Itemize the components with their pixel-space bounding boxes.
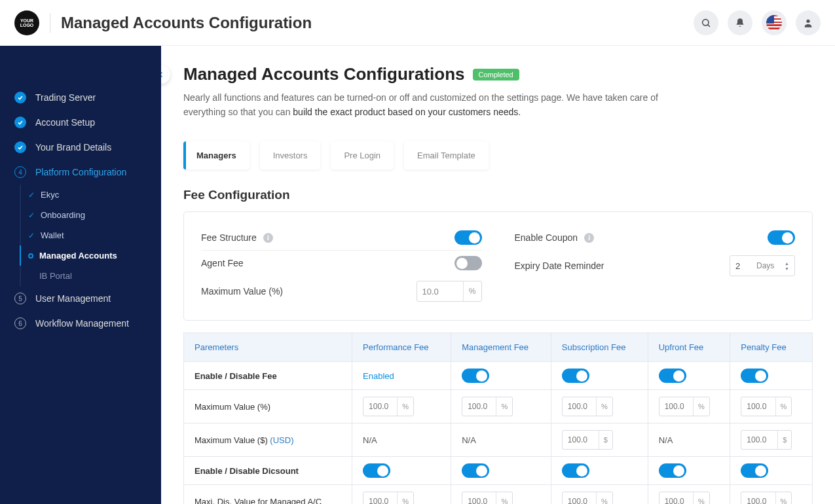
upfront-discount-toggle[interactable] (659, 463, 686, 478)
sub-fee-toggle[interactable] (562, 369, 589, 383)
sub-label: Managed Accounts (39, 251, 117, 261)
info-icon[interactable]: i (584, 233, 594, 243)
col-performance: Performance Fee (352, 333, 451, 362)
sub-label: Onboarding (41, 210, 85, 220)
svg-point-2 (806, 19, 809, 22)
perf-maxpct-input[interactable] (363, 402, 397, 411)
mgmt-maxpct-input[interactable] (462, 402, 496, 411)
col-subscription: Subscription Fee (551, 333, 648, 362)
sidebar-item-platform-config[interactable]: 4 Platform Configuration (0, 160, 161, 185)
sidebar-item-trading-server[interactable]: Trading Server (0, 85, 161, 110)
search-icon[interactable] (694, 10, 718, 35)
na-text: N/A (352, 423, 451, 457)
sidebar-item-account-setup[interactable]: Account Setup (0, 110, 161, 135)
page-title: Managed Accounts Configuration (61, 14, 312, 32)
perf-maxdis-input[interactable] (363, 497, 397, 504)
na-text: N/A (648, 423, 730, 457)
coupon-toggle[interactable] (768, 230, 795, 245)
expiry-days-input[interactable] (735, 261, 751, 271)
penalty-fee-toggle[interactable] (741, 369, 768, 383)
divider (50, 13, 50, 33)
sidebar-item-workflow-mgmt[interactable]: 6 Workflow Management (0, 311, 161, 336)
sub-item-wallet[interactable]: ✓ Wallet (21, 225, 161, 245)
tab-managers[interactable]: Managers (183, 141, 250, 170)
penalty-maxusd-input[interactable] (741, 435, 777, 444)
sub-item-onboarding[interactable]: ✓ Onboarding (21, 205, 161, 225)
sidebar-item-brand-details[interactable]: Your Brand Details (0, 135, 161, 160)
upfront-fee-toggle[interactable] (659, 369, 686, 383)
section-subtitle: Nearly all functions and features can be… (183, 91, 701, 119)
col-management: Management Fee (451, 333, 551, 362)
user-icon[interactable] (796, 10, 821, 35)
sidebar-item-user-mgmt[interactable]: 5 User Management (0, 286, 161, 311)
logo: YOUR LOGO (14, 10, 39, 35)
nav-label: User Management (35, 293, 111, 304)
row-maxdis-label: Maxi. Dis. Value for Managed A/C (184, 485, 352, 504)
step-number: 4 (14, 166, 26, 178)
language-flag-icon[interactable] (762, 10, 787, 35)
table-row: Enable / Disable Fee Enabled (184, 362, 813, 390)
check-icon: ✓ (28, 211, 35, 220)
sub-item-ib-portal[interactable]: IB Portal (21, 266, 161, 286)
sub-discount-toggle[interactable] (562, 463, 589, 478)
fee-table: Paremeters Performance Fee Management Fe… (183, 333, 813, 504)
nav-label: Your Brand Details (35, 142, 111, 153)
col-upfront: Upfront Fee (648, 333, 730, 362)
nav-label: Platform Configuration (35, 167, 126, 177)
bell-icon[interactable] (728, 10, 752, 35)
sub-label: Wallet (41, 230, 64, 240)
nav-label: Trading Server (35, 92, 96, 103)
check-icon: ✓ (28, 190, 35, 200)
na-text: N/A (451, 423, 551, 457)
mgmt-discount-toggle[interactable] (462, 463, 489, 478)
enabled-text: Enabled (363, 371, 394, 381)
sidebar: Trading Server Account Setup Your Brand … (0, 46, 161, 504)
penalty-discount-toggle[interactable] (741, 463, 768, 478)
table-row: Enable / Disable Dicsount (184, 457, 813, 485)
mgmt-fee-toggle[interactable] (462, 369, 489, 383)
collapse-sidebar-button[interactable] (161, 65, 170, 84)
days-stepper[interactable]: ▲▼ (785, 261, 789, 271)
dot-icon (28, 253, 33, 259)
table-row: Maximum Value ($) (USD) N/A N/A $ N/A $ (184, 423, 813, 457)
upfront-maxdis-input[interactable] (659, 497, 693, 504)
tab-pre-login[interactable]: Pre Login (331, 141, 394, 170)
info-icon[interactable]: i (263, 233, 273, 243)
days-unit: Days (756, 261, 774, 270)
upfront-maxpct-input[interactable] (659, 402, 693, 411)
check-icon (14, 141, 26, 153)
check-icon (14, 92, 26, 103)
col-parameters: Paremeters (184, 333, 352, 362)
sub-maxusd-input[interactable] (563, 435, 599, 444)
sub-item-managed-accounts[interactable]: Managed Accounts (20, 245, 161, 266)
mgmt-maxdis-input[interactable] (462, 497, 496, 504)
max-value-input[interactable] (417, 287, 463, 297)
fee-config-heading: Fee Configuration (183, 188, 813, 202)
penalty-maxpct-input[interactable] (741, 402, 775, 411)
tab-email-template[interactable]: Email Template (404, 141, 489, 170)
expiry-label: Expiry Date Reminder (515, 261, 604, 271)
sub-item-ekyc[interactable]: ✓ Ekyc (21, 185, 161, 205)
check-icon (14, 117, 26, 128)
fee-structure-label: Fee Structurei (201, 232, 273, 243)
col-penalty: Penalty Fee (730, 333, 813, 362)
tab-investors[interactable]: Investors (260, 141, 321, 170)
row-enable-fee-label: Enable / Disable Fee (184, 362, 352, 390)
penalty-maxdis-input[interactable] (741, 497, 775, 504)
svg-line-1 (708, 24, 710, 26)
sub-maxpct-input[interactable] (563, 402, 596, 411)
row-enable-discount-label: Enable / Disable Dicsount (184, 457, 352, 485)
table-row: Maximum Value (%) % % % % % (184, 390, 813, 423)
table-row: Maxi. Dis. Value for Managed A/C % % % %… (184, 485, 813, 504)
fee-structure-toggle[interactable] (455, 230, 482, 245)
agent-fee-toggle[interactable] (455, 256, 482, 270)
perf-discount-toggle[interactable] (363, 463, 390, 478)
row-maxusd-label: Maximum Value ($) (USD) (184, 423, 352, 457)
svg-point-0 (703, 19, 709, 25)
check-icon: ✓ (28, 231, 35, 240)
pct-suffix: % (463, 281, 481, 301)
sub-maxdis-input[interactable] (563, 497, 596, 504)
section-title: Managed Accounts Configurations (183, 64, 465, 84)
max-value-label: Maximum Value (%) (201, 286, 283, 297)
sub-label: IB Portal (39, 271, 72, 281)
